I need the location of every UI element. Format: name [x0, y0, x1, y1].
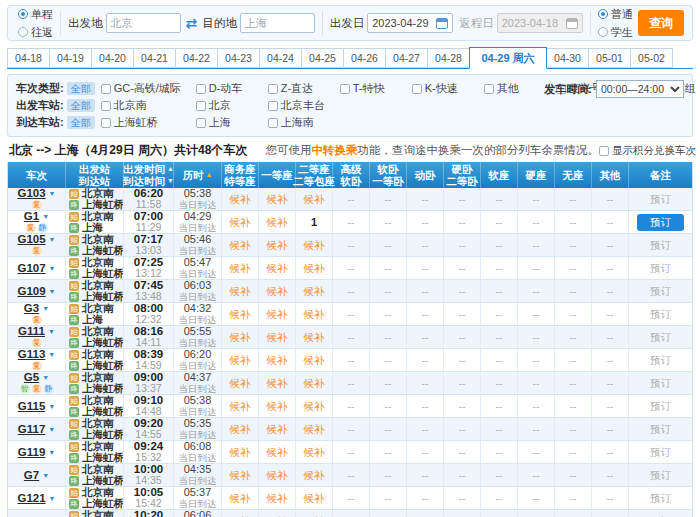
filter-all-badge[interactable]: 全部: [67, 82, 95, 95]
checkbox-icon[interactable]: [268, 84, 278, 94]
checkbox-icon[interactable]: [484, 84, 494, 94]
sort-asc-icon[interactable]: ▲: [167, 163, 174, 175]
expand-caret-icon[interactable]: ▼: [49, 263, 56, 274]
filter-option[interactable]: 上海虹桥: [101, 115, 196, 130]
date-tab-05-02[interactable]: 05-02: [630, 48, 673, 68]
train-link[interactable]: G3: [24, 303, 39, 314]
expand-caret-icon[interactable]: ▼: [49, 286, 56, 297]
radio-round-trip[interactable]: 往返: [18, 25, 53, 40]
date-tab-04-27[interactable]: 04-27: [385, 48, 428, 68]
filter-option[interactable]: D-动车: [196, 81, 268, 96]
book-button[interactable]: 预订: [637, 214, 684, 231]
filter-option[interactable]: 北京: [196, 98, 268, 113]
checkbox-icon[interactable]: [101, 118, 111, 128]
expand-caret-icon[interactable]: ▼: [48, 401, 55, 412]
search-button[interactable]: 查询: [638, 10, 684, 36]
checkbox-icon[interactable]: [268, 118, 278, 128]
column-header[interactable]: 出发时间▲到达时间▼: [124, 162, 174, 188]
filter-all-badge[interactable]: 全部: [67, 99, 95, 112]
train-link[interactable]: G117: [18, 424, 46, 435]
expand-caret-icon[interactable]: ▼: [42, 211, 49, 222]
filter-option[interactable]: 上海: [196, 115, 268, 130]
checkbox-icon[interactable]: [412, 84, 422, 94]
train-link[interactable]: G111: [18, 326, 45, 337]
expand-caret-icon[interactable]: ▼: [49, 234, 56, 245]
column-header[interactable]: 二等座二等包座: [296, 162, 333, 188]
date-tab-04-23[interactable]: 04-23: [217, 48, 260, 68]
train-link[interactable]: G121: [17, 493, 45, 504]
column-header[interactable]: 硬卧二等卧: [444, 162, 481, 188]
radio-student[interactable]: 学生: [598, 25, 633, 40]
train-link[interactable]: G113: [18, 349, 46, 360]
expand-caret-icon[interactable]: ▼: [48, 447, 55, 458]
filter-option[interactable]: GC-高铁/城际: [101, 81, 196, 96]
train-link[interactable]: G105: [17, 234, 45, 245]
depart-date-input[interactable]: 2023-04-29: [367, 13, 453, 33]
column-header[interactable]: 硬座: [518, 162, 555, 188]
expand-caret-icon[interactable]: ▼: [48, 326, 55, 337]
sort-asc-icon[interactable]: ▲: [206, 169, 213, 181]
expand-caret-icon[interactable]: ▼: [49, 188, 56, 199]
checkbox-icon[interactable]: [196, 101, 206, 111]
expand-caret-icon[interactable]: ▼: [48, 349, 55, 360]
date-tab-04-21[interactable]: 04-21: [133, 48, 176, 68]
column-header[interactable]: 历时▲: [174, 162, 222, 188]
date-tab-05-01[interactable]: 05-01: [588, 48, 631, 68]
column-header[interactable]: 无座: [555, 162, 592, 188]
column-header[interactable]: 车次: [8, 162, 66, 188]
depart-time-select[interactable]: 00:00—24:00: [596, 80, 684, 98]
sort-desc-icon[interactable]: ▼: [167, 175, 174, 187]
checkbox-icon[interactable]: [196, 84, 206, 94]
checkbox-icon[interactable]: [599, 146, 609, 156]
filter-option[interactable]: K-快速: [412, 81, 484, 96]
column-header[interactable]: 备注: [629, 162, 692, 188]
filter-option[interactable]: 上海南: [268, 115, 340, 130]
expand-caret-icon[interactable]: ▼: [42, 470, 49, 481]
expand-caret-icon[interactable]: ▼: [42, 372, 49, 383]
train-link[interactable]: G109: [17, 286, 45, 297]
train-link[interactable]: G115: [18, 401, 46, 412]
train-link[interactable]: G7: [24, 470, 39, 481]
expand-caret-icon[interactable]: ▼: [42, 303, 49, 314]
transfer-link[interactable]: 中转换乘: [311, 144, 357, 156]
column-header[interactable]: 其他: [592, 162, 629, 188]
filter-option[interactable]: Z-直达: [268, 81, 340, 96]
date-tab-04-30[interactable]: 04-30: [546, 48, 589, 68]
column-header[interactable]: 动卧: [407, 162, 444, 188]
display-option[interactable]: 显示积分兑换车次: [599, 144, 696, 158]
from-input[interactable]: 北京: [106, 13, 181, 33]
date-tab-04-18[interactable]: 04-18: [7, 48, 50, 68]
column-header[interactable]: 一等座: [259, 162, 296, 188]
train-link[interactable]: G1: [24, 211, 39, 222]
checkbox-icon[interactable]: [101, 84, 111, 94]
train-link[interactable]: G119: [18, 447, 46, 458]
date-tab-04-28[interactable]: 04-28: [427, 48, 470, 68]
radio-one-way[interactable]: 单程: [18, 7, 53, 22]
column-header[interactable]: 出发站到达站: [66, 162, 124, 188]
column-header[interactable]: 软卧一等卧: [370, 162, 407, 188]
checkbox-icon[interactable]: [340, 84, 350, 94]
date-tab-04-19[interactable]: 04-19: [49, 48, 92, 68]
filter-option[interactable]: T-特快: [340, 81, 412, 96]
checkbox-icon[interactable]: [101, 101, 111, 111]
checkbox-icon[interactable]: [268, 101, 278, 111]
date-tab-04-20[interactable]: 04-20: [91, 48, 134, 68]
expand-caret-icon[interactable]: ▼: [49, 493, 56, 504]
filter-option[interactable]: 北京南: [101, 98, 196, 113]
expand-caret-icon[interactable]: ▼: [48, 424, 55, 435]
column-header[interactable]: 软座: [481, 162, 518, 188]
to-input[interactable]: 上海: [240, 13, 315, 33]
swap-stations-icon[interactable]: ⇄: [186, 15, 198, 31]
column-header[interactable]: 高级软卧: [333, 162, 370, 188]
radio-adult[interactable]: 普通: [598, 7, 633, 22]
train-link[interactable]: G103: [17, 188, 45, 199]
date-tab-04-26[interactable]: 04-26: [343, 48, 386, 68]
date-tab-04-24[interactable]: 04-24: [259, 48, 302, 68]
calendar-icon[interactable]: [436, 18, 448, 29]
date-tab-04-22[interactable]: 04-22: [175, 48, 218, 68]
train-link[interactable]: G5: [24, 372, 39, 383]
train-link[interactable]: G107: [17, 263, 45, 274]
date-tab-04-25[interactable]: 04-25: [301, 48, 344, 68]
column-header[interactable]: 商务座特等座: [222, 162, 259, 188]
filter-option[interactable]: 北京丰台: [268, 98, 340, 113]
